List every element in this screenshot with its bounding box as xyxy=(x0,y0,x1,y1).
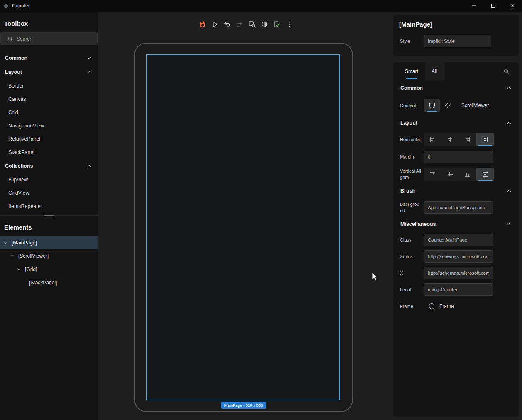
toolbox-item-canvas[interactable]: Canvas xyxy=(0,93,98,106)
minimize-button[interactable] xyxy=(465,0,484,12)
chevron-down-icon xyxy=(87,56,92,61)
device-frame: MainPage - 320 x 568 xyxy=(134,43,353,412)
x-input[interactable] xyxy=(424,267,493,279)
x-row: X xyxy=(393,265,519,281)
element-inspector-button[interactable] xyxy=(246,18,258,30)
tree-row-grid[interactable]: [Grid] xyxy=(0,263,98,276)
left-sidebar: Toolbox Common Layout Border Canvas Grid… xyxy=(0,12,98,420)
properties-card: Smart All Common Content ScrollViewe xyxy=(393,62,519,417)
toolbox-item-itemsrepeater[interactable]: ItemsRepeater xyxy=(0,200,98,213)
properties-search-icon[interactable] xyxy=(503,68,510,75)
valign-center-button[interactable] xyxy=(442,168,459,181)
tree-row-mainpage[interactable]: [MainPage] xyxy=(0,236,98,249)
close-button[interactable] xyxy=(503,0,522,12)
flame-icon xyxy=(198,20,206,28)
halign-right-button[interactable] xyxy=(459,133,476,146)
toolbox-item-flipview[interactable]: FlipView xyxy=(0,173,98,186)
halign-stretch-button[interactable] xyxy=(476,133,494,146)
toolbox-item-navigationview[interactable]: NavigationView xyxy=(0,119,98,132)
valign-bottom-button[interactable] xyxy=(459,168,476,181)
vertical-alignment-group xyxy=(424,168,494,181)
halign-left-button[interactable] xyxy=(424,133,442,146)
horizontal-alignment-row: Horizontal xyxy=(393,130,519,149)
section-layout[interactable]: Layout xyxy=(393,115,519,130)
section-label: Brush xyxy=(400,188,415,194)
style-label: Style xyxy=(400,38,424,44)
tab-all[interactable]: All xyxy=(425,62,444,81)
frame-label: Frame xyxy=(400,303,424,310)
style-input[interactable] xyxy=(424,35,491,47)
local-input[interactable] xyxy=(424,283,493,296)
toolbox-item-stackpanel[interactable]: StackPanel xyxy=(0,146,98,159)
page-surface[interactable] xyxy=(146,54,340,400)
section-miscellaneous[interactable]: Miscellaneous xyxy=(393,217,519,232)
chevron-down-icon[interactable] xyxy=(3,241,8,245)
section-common[interactable]: Common xyxy=(393,81,519,95)
section-label: Common xyxy=(400,85,423,91)
toolbox-section-common[interactable]: Common xyxy=(0,51,98,65)
toolbox-title: Toolbox xyxy=(0,12,98,32)
properties-tabs: Smart All xyxy=(393,62,519,81)
chevron-up-icon xyxy=(87,70,92,75)
content-tag-view-button[interactable] xyxy=(440,99,456,112)
toolbox-section-layout[interactable]: Layout xyxy=(0,65,98,79)
margin-input[interactable] xyxy=(424,151,493,163)
tree-label: [MainPage] xyxy=(12,240,37,246)
xmlns-input[interactable] xyxy=(424,250,493,263)
undo-icon xyxy=(223,20,231,28)
toolbox-item-grid[interactable]: Grid xyxy=(0,106,98,119)
chevron-up-icon xyxy=(507,188,512,193)
titlebar: Counter xyxy=(0,0,522,12)
search-icon xyxy=(7,36,13,42)
hot-reload-button[interactable] xyxy=(196,18,208,30)
splitter-handle xyxy=(44,215,54,216)
tree-row-stackpanel[interactable]: [StackPanel] xyxy=(0,276,98,289)
app-logo-icon xyxy=(3,3,9,9)
toolbox-item-relativepanel[interactable]: RelativePanel xyxy=(0,132,98,146)
toolbox-section-collections[interactable]: Collections xyxy=(0,159,98,173)
chevron-up-icon xyxy=(507,222,512,227)
section-brush[interactable]: Brush xyxy=(393,183,519,198)
minimize-icon xyxy=(470,2,478,10)
margin-label: Margin xyxy=(400,154,424,160)
halign-center-button[interactable] xyxy=(442,133,459,146)
toolbox-item-gridview[interactable]: GridView xyxy=(0,186,98,200)
redo-button[interactable] xyxy=(233,18,246,30)
xmlns-row: Xmlns xyxy=(393,248,519,265)
panel-splitter[interactable] xyxy=(0,213,98,218)
tree-row-scrollviewer[interactable]: [ScrollViewer] xyxy=(0,249,98,263)
valign-stretch-button[interactable] xyxy=(476,168,494,181)
properties-title: [MainPage] xyxy=(393,15,519,32)
tab-smart[interactable]: Smart xyxy=(398,62,425,81)
play-button[interactable] xyxy=(208,18,221,30)
valign-top-button[interactable] xyxy=(424,168,442,181)
approve-changes-button[interactable] xyxy=(271,18,283,30)
mouse-cursor xyxy=(372,272,379,281)
class-input[interactable] xyxy=(424,234,493,246)
canvas-toolbar xyxy=(98,18,393,30)
tree-label: [Grid] xyxy=(25,266,37,272)
chevron-down-icon[interactable] xyxy=(10,254,15,258)
search-input[interactable] xyxy=(17,36,98,42)
maximize-button[interactable] xyxy=(484,0,503,12)
background-input[interactable] xyxy=(424,201,493,214)
margin-row: Margin xyxy=(393,149,519,165)
chevron-up-icon xyxy=(507,85,512,90)
align-middle-icon xyxy=(447,171,454,178)
theme-toggle-button[interactable] xyxy=(258,18,271,30)
check-approve-icon xyxy=(273,20,281,28)
content-label: Content xyxy=(400,103,424,109)
section-label: Miscellaneous xyxy=(400,221,436,227)
more-options-button[interactable] xyxy=(283,18,295,30)
frame-value: Frame xyxy=(439,303,454,309)
shield-icon xyxy=(428,303,435,310)
content-row: Content ScrollViewer xyxy=(393,95,519,115)
toolbox-search[interactable] xyxy=(0,32,98,45)
toolbox-item-border[interactable]: Border xyxy=(0,79,98,93)
content-value: ScrollViewer xyxy=(461,103,489,108)
undo-button[interactable] xyxy=(221,18,233,30)
vertical-alignment-row: Vertical Alignm xyxy=(393,165,519,183)
content-element-view-button[interactable] xyxy=(424,99,440,112)
align-stretch-icon xyxy=(482,136,488,143)
chevron-down-icon[interactable] xyxy=(17,267,22,271)
